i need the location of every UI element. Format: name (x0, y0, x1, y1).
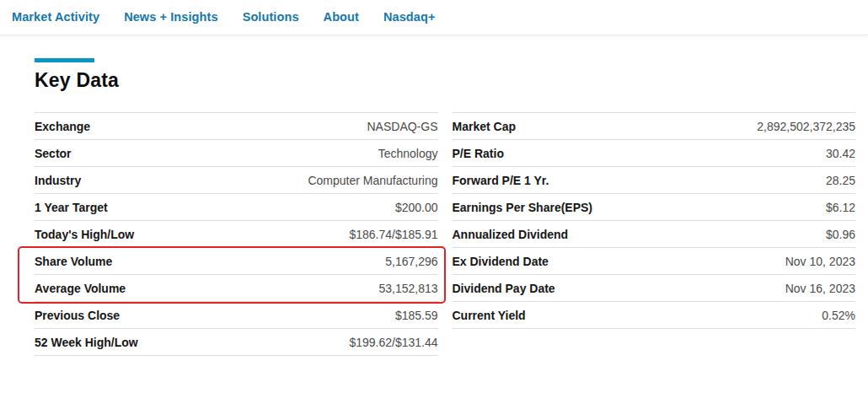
row-value: $186.74/$185.91 (349, 228, 437, 241)
row-value: 5,167,296 (385, 255, 437, 268)
row-label: Today's High/Low (35, 228, 134, 241)
nav-link-market-activity[interactable]: Market Activity (12, 10, 99, 24)
row-value: Technology (378, 147, 438, 160)
nav-link-news-insights[interactable]: News + Insights (124, 10, 218, 24)
row-label: Earnings Per Share(EPS) (453, 201, 593, 214)
key-data-table-left: ExchangeNASDAQ-GSSectorTechnologyIndustr… (35, 112, 438, 356)
table-row: Today's High/Low$186.74/$185.91 (35, 221, 438, 248)
table-row: SectorTechnology (35, 140, 438, 167)
table-row: Dividend Pay DateNov 16, 2023 (453, 275, 856, 302)
row-label: 52 Week High/Low (35, 336, 138, 349)
top-navigation: Market ActivityNews + InsightsSolutionsA… (0, 0, 868, 35)
table-row: Previous Close$185.59 (35, 302, 438, 329)
table-row: 1 Year Target$200.00 (35, 194, 438, 221)
key-data-table-right: Market Cap2,892,502,372,235P/E Ratio30.4… (453, 112, 856, 356)
nav-link-about[interactable]: About (324, 10, 359, 24)
row-label: Sector (35, 147, 72, 160)
row-label: Annualized Dividend (453, 228, 569, 241)
row-label: Market Cap (453, 120, 516, 133)
table-row: IndustryComputer Manufacturing (35, 167, 438, 194)
table-row: Current Yield0.52% (453, 302, 856, 329)
row-value: NASDAQ-GS (367, 120, 437, 133)
table-row: Earnings Per Share(EPS)$6.12 (453, 194, 856, 221)
row-label: P/E Ratio (453, 147, 504, 160)
page-title: Key Data (35, 69, 855, 92)
table-row: ExchangeNASDAQ-GS (35, 113, 438, 140)
row-label: Current Yield (453, 309, 526, 322)
row-value: $200.00 (395, 201, 438, 214)
row-label: Previous Close (35, 309, 120, 322)
table-row: P/E Ratio30.42 (453, 140, 856, 167)
row-value: 30.42 (826, 147, 855, 160)
row-value: Nov 10, 2023 (785, 255, 855, 268)
accent-bar (35, 58, 94, 62)
row-label: 1 Year Target (35, 201, 108, 214)
row-label: Forward P/E 1 Yr. (453, 174, 549, 187)
row-label: Dividend Pay Date (453, 282, 555, 295)
table-row: Market Cap2,892,502,372,235 (453, 113, 856, 140)
row-value: $6.12 (826, 201, 855, 214)
table-row: Average Volume53,152,813 (35, 275, 438, 302)
row-value: $199.62/$131.44 (349, 336, 437, 349)
nav-link-nasdaq-[interactable]: Nasdaq+ (383, 10, 436, 24)
main-content: Key Data ExchangeNASDAQ-GSSectorTechnolo… (0, 35, 868, 356)
row-value: $185.59 (395, 309, 438, 322)
row-value: $0.96 (826, 228, 855, 241)
table-row: 52 Week High/Low$199.62/$131.44 (35, 329, 438, 356)
row-label: Industry (35, 174, 81, 187)
key-data-tables: ExchangeNASDAQ-GSSectorTechnologyIndustr… (35, 112, 855, 356)
row-value: 28.25 (826, 174, 855, 187)
row-label: Average Volume (35, 282, 126, 295)
table-row: Annualized Dividend$0.96 (453, 221, 856, 248)
row-value: 2,892,502,372,235 (757, 120, 855, 133)
row-value: 53,152,813 (378, 282, 437, 295)
table-row: Share Volume5,167,296 (35, 248, 438, 275)
row-value: Nov 16, 2023 (785, 282, 855, 295)
row-label: Exchange (35, 120, 90, 133)
nav-link-solutions[interactable]: Solutions (243, 10, 299, 24)
key-data-section: Key Data ExchangeNASDAQ-GSSectorTechnolo… (0, 35, 868, 356)
row-label: Ex Dividend Date (453, 255, 549, 268)
table-row: Ex Dividend DateNov 10, 2023 (453, 248, 856, 275)
row-value: Computer Manufacturing (308, 174, 437, 187)
row-value: 0.52% (822, 309, 855, 322)
row-label: Share Volume (35, 255, 112, 268)
table-row: Forward P/E 1 Yr.28.25 (453, 167, 856, 194)
